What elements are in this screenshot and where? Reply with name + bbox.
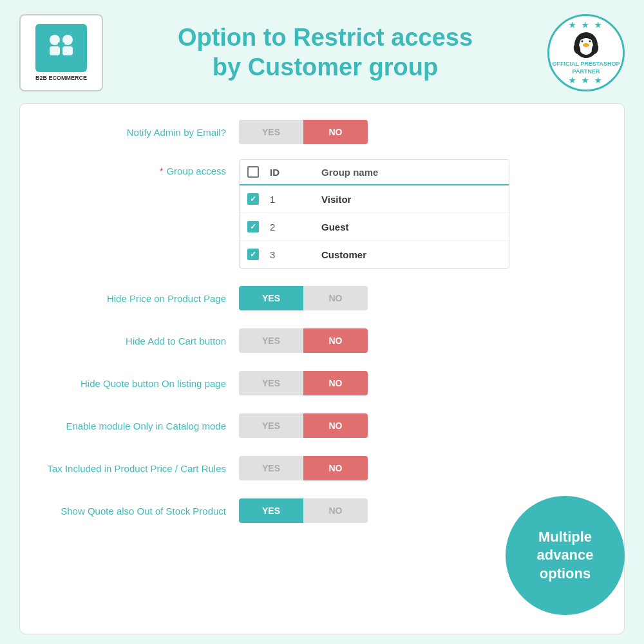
tax-toggle[interactable]: YES NO xyxy=(239,456,368,480)
header-title: Option to Restrict access by Customer gr… xyxy=(103,23,547,82)
visitor-checkbox[interactable] xyxy=(247,193,259,205)
header-id-col: ID xyxy=(270,167,321,178)
customer-checkbox[interactable] xyxy=(247,249,259,260)
enable-catalog-row: Enable module Only in Catalog mode YES N… xyxy=(39,410,605,441)
show-quote-yes-btn[interactable]: YES xyxy=(239,498,303,523)
group-access-control: ID Group name 1 Visitor xyxy=(239,159,605,269)
hide-price-toggle[interactable]: YES NO xyxy=(239,286,368,310)
tax-no-btn[interactable]: NO xyxy=(303,456,368,480)
notify-label: Notify Admin by Email? xyxy=(39,127,239,138)
hide-cart-yes-btn[interactable]: YES xyxy=(239,328,303,353)
hide-price-control: YES NO xyxy=(239,286,605,310)
tax-row: Tax Included in Product Price / Cart Rul… xyxy=(39,453,605,484)
hide-cart-no-btn[interactable]: NO xyxy=(303,328,368,353)
guest-check-col xyxy=(247,221,270,232)
show-quote-label: Show Quote also Out of Stock Product xyxy=(39,506,239,516)
guest-checkbox[interactable] xyxy=(247,221,259,232)
hide-cart-row: Hide Add to Cart button YES NO xyxy=(39,325,605,356)
show-quote-no-btn[interactable]: NO xyxy=(303,498,368,523)
svg-rect-1 xyxy=(50,46,60,55)
logo-icon-area xyxy=(35,24,87,72)
customer-id: 3 xyxy=(270,249,321,260)
hide-quote-control: YES NO xyxy=(239,371,605,395)
hide-cart-control: YES NO xyxy=(239,328,605,353)
visitor-check-col xyxy=(247,193,270,205)
visitor-name: Visitor xyxy=(321,194,501,205)
main-title: Option to Restrict access by Customer gr… xyxy=(116,23,535,82)
enable-catalog-control: YES NO xyxy=(239,413,605,438)
guest-name: Guest xyxy=(321,222,501,232)
hide-price-label: Hide Price on Product Page xyxy=(39,293,239,304)
group-row-guest: 2 Guest xyxy=(240,213,509,241)
select-all-checkbox[interactable] xyxy=(247,166,259,178)
guest-id: 2 xyxy=(270,222,321,232)
header-check-col xyxy=(247,166,270,178)
visitor-id: 1 xyxy=(270,194,321,205)
notify-toggle-control: YES NO xyxy=(239,120,605,144)
customer-check-col xyxy=(247,249,270,260)
svg-point-9 xyxy=(589,40,591,42)
group-row-visitor: 1 Visitor xyxy=(240,185,509,213)
notify-yes-btn[interactable]: YES xyxy=(239,120,303,144)
logo-label: B2B ECOMMERCE xyxy=(35,75,87,81)
hide-quote-no-btn[interactable]: NO xyxy=(303,371,368,395)
hide-quote-label: Hide Quote button On listing page xyxy=(39,378,239,389)
arrow-container: ID Group name 1 Visitor xyxy=(239,159,605,269)
hide-quote-toggle[interactable]: YES NO xyxy=(239,371,368,395)
group-row-customer: 3 Customer xyxy=(240,241,509,268)
notify-no-btn[interactable]: NO xyxy=(303,120,368,144)
required-mark: * xyxy=(160,166,164,176)
header: B2B ECOMMERCE Option to Restrict access … xyxy=(0,0,644,100)
header-name-col: Group name xyxy=(321,167,501,178)
customer-name: Customer xyxy=(321,249,501,260)
show-quote-toggle[interactable]: YES NO xyxy=(239,498,368,523)
group-table-header: ID Group name xyxy=(240,160,509,185)
enable-catalog-label: Enable module Only in Catalog mode xyxy=(39,421,239,431)
hide-quote-yes-btn[interactable]: YES xyxy=(239,371,303,395)
advance-options-bubble: Multiple advance options xyxy=(506,496,625,615)
group-access-label: *Group access xyxy=(39,159,239,176)
arrow-indicator: ← xyxy=(624,200,625,229)
main-wrapper: Notify Admin by Email? YES NO *Group acc… xyxy=(0,103,644,634)
hide-price-yes-btn[interactable]: YES xyxy=(239,286,303,310)
group-access-row: *Group access ID Group name xyxy=(39,159,605,269)
svg-rect-3 xyxy=(62,46,73,55)
tax-label: Tax Included in Product Price / Cart Rul… xyxy=(39,463,239,474)
hide-price-row: Hide Price on Product Page YES NO xyxy=(39,283,605,314)
hide-cart-toggle[interactable]: YES NO xyxy=(239,328,368,353)
logo: B2B ECOMMERCE xyxy=(19,14,103,91)
hide-price-no-btn[interactable]: NO xyxy=(303,286,368,310)
tax-yes-btn[interactable]: YES xyxy=(239,456,303,480)
enable-catalog-yes-btn[interactable]: YES xyxy=(239,413,303,438)
hide-quote-row: Hide Quote button On listing page YES NO xyxy=(39,368,605,399)
partner-badge: ★ ★ ★ OFFICIAL PRESTASHOP PARTNER ★ ★ ★ xyxy=(547,14,625,91)
tax-control: YES NO xyxy=(239,456,605,480)
svg-point-8 xyxy=(582,40,583,42)
group-table: ID Group name 1 Visitor xyxy=(239,159,509,269)
svg-point-10 xyxy=(583,43,589,47)
enable-catalog-toggle[interactable]: YES NO xyxy=(239,413,368,438)
notify-row: Notify Admin by Email? YES NO xyxy=(39,117,605,147)
enable-catalog-no-btn[interactable]: NO xyxy=(303,413,368,438)
notify-toggle[interactable]: YES NO xyxy=(239,120,368,144)
hide-cart-label: Hide Add to Cart button xyxy=(39,336,239,346)
